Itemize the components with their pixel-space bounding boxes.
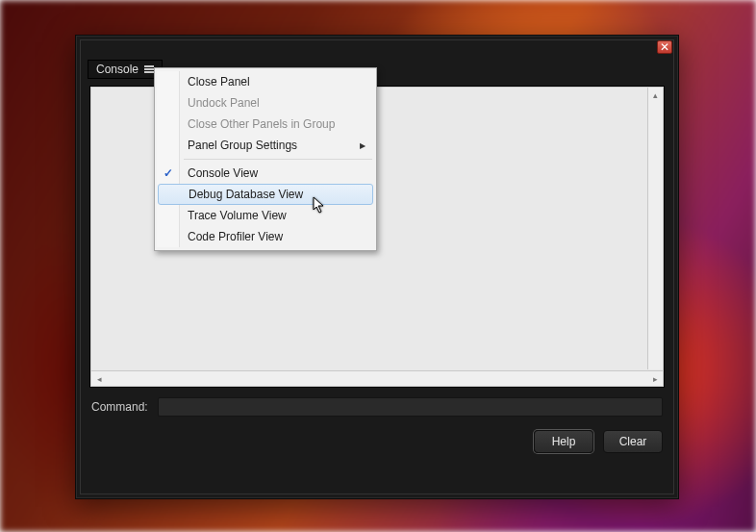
titlebar: ✕	[76, 36, 678, 59]
menu-item-label: Close Other Panels in Group	[188, 117, 335, 131]
menu-item-label: Trace Volume View	[188, 209, 287, 222]
tab-console[interactable]: Console	[88, 60, 163, 79]
button-label: Help	[552, 435, 576, 448]
panel-context-menu: Close Panel Undock Panel Close Other Pan…	[154, 67, 377, 251]
menu-item-label: Close Panel	[188, 75, 250, 89]
close-icon: ✕	[660, 41, 669, 53]
vertical-scrollbar[interactable]: ▴	[647, 88, 663, 369]
button-row: Help Clear	[89, 422, 665, 453]
menu-separator	[184, 159, 372, 160]
menu-item-label: Debug Database View	[189, 188, 303, 201]
menu-item-label: Panel Group Settings	[188, 139, 297, 152]
window-close-button[interactable]: ✕	[657, 40, 672, 54]
menu-item-close-other-panels: Close Other Panels in Group	[157, 114, 374, 135]
menu-item-debug-database-view[interactable]: Debug Database View	[158, 184, 373, 205]
command-input[interactable]	[158, 397, 663, 417]
menu-item-trace-volume-view[interactable]: Trace Volume View	[157, 205, 374, 226]
scroll-right-arrow-icon[interactable]: ▸	[647, 371, 663, 386]
menu-item-console-view[interactable]: ✓ Console View	[157, 163, 374, 184]
scroll-left-arrow-icon[interactable]: ◂	[91, 372, 107, 387]
button-label: Clear	[619, 435, 647, 448]
clear-button[interactable]: Clear	[603, 430, 663, 453]
menu-item-undock-panel: Undock Panel	[157, 92, 374, 114]
checkmark-icon: ✓	[164, 166, 173, 180]
command-row: Command:	[89, 388, 665, 422]
command-label: Command:	[91, 400, 148, 414]
help-button[interactable]: Help	[534, 430, 593, 453]
menu-item-code-profiler-view[interactable]: Code Profiler View	[157, 226, 374, 247]
scroll-up-arrow-icon[interactable]: ▴	[648, 88, 663, 103]
menu-item-label: Undock Panel	[188, 96, 260, 110]
submenu-arrow-icon: ▶	[360, 141, 365, 150]
menu-item-label: Console View	[188, 166, 258, 180]
tab-label: Console	[96, 63, 139, 76]
menu-item-label: Code Profiler View	[188, 230, 283, 243]
horizontal-scrollbar[interactable]: ◂ ▸	[91, 370, 663, 386]
menu-item-panel-group-settings[interactable]: Panel Group Settings ▶	[157, 135, 374, 156]
menu-item-close-panel[interactable]: Close Panel	[157, 71, 374, 92]
panel-menu-icon[interactable]	[144, 64, 154, 74]
